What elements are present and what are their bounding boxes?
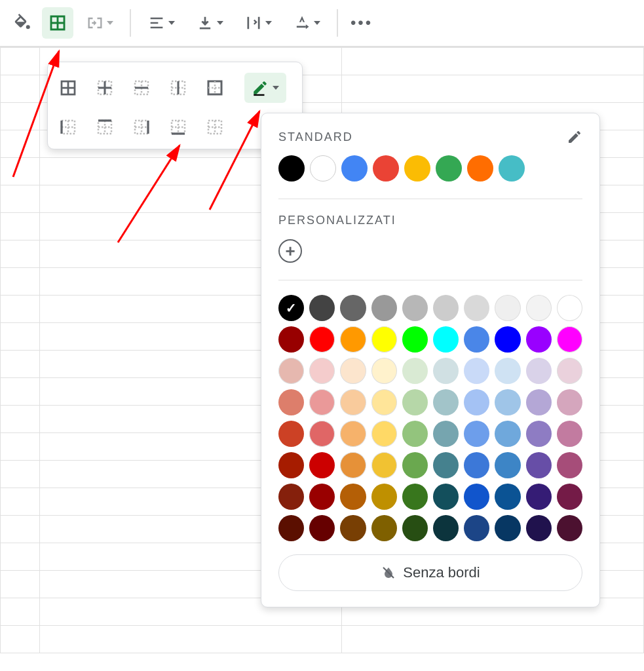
palette-swatch[interactable] xyxy=(309,421,335,447)
border-outer-button[interactable] xyxy=(204,77,226,99)
standard-swatch[interactable] xyxy=(436,155,462,182)
palette-swatch[interactable] xyxy=(309,515,335,541)
standard-swatch[interactable] xyxy=(404,155,430,182)
palette-swatch[interactable] xyxy=(309,389,335,415)
palette-swatch[interactable] xyxy=(557,358,582,384)
palette-swatch[interactable] xyxy=(464,515,489,541)
palette-swatch[interactable] xyxy=(309,452,335,478)
palette-swatch[interactable] xyxy=(278,452,304,478)
palette-swatch[interactable] xyxy=(340,515,366,541)
palette-swatch[interactable] xyxy=(340,358,366,384)
palette-swatch[interactable] xyxy=(557,295,582,321)
palette-swatch[interactable] xyxy=(402,389,428,415)
palette-swatch[interactable] xyxy=(433,326,459,353)
palette-swatch[interactable] xyxy=(340,484,366,510)
palette-swatch[interactable] xyxy=(495,515,520,541)
palette-swatch[interactable] xyxy=(340,389,366,415)
palette-swatch[interactable] xyxy=(433,421,459,447)
palette-swatch[interactable] xyxy=(433,515,459,541)
border-bottom-button[interactable] xyxy=(167,116,189,138)
palette-swatch[interactable] xyxy=(402,326,428,353)
fill-color-button[interactable] xyxy=(7,7,38,39)
palette-swatch[interactable] xyxy=(557,452,582,478)
palette-swatch[interactable] xyxy=(495,484,520,510)
palette-swatch[interactable] xyxy=(464,452,489,478)
border-vertical-button[interactable] xyxy=(167,77,189,99)
text-rotation-button[interactable] xyxy=(284,7,329,39)
palette-swatch[interactable] xyxy=(464,421,489,447)
palette-swatch[interactable] xyxy=(371,421,397,447)
palette-swatch[interactable] xyxy=(371,295,397,321)
palette-swatch[interactable] xyxy=(371,389,397,415)
palette-swatch[interactable] xyxy=(464,326,489,353)
palette-swatch[interactable] xyxy=(278,515,304,541)
palette-swatch[interactable] xyxy=(495,389,520,415)
standard-swatch[interactable] xyxy=(278,155,305,182)
palette-swatch[interactable] xyxy=(371,358,397,384)
palette-swatch[interactable] xyxy=(495,326,520,353)
palette-swatch[interactable] xyxy=(557,515,582,541)
palette-swatch[interactable] xyxy=(557,421,582,447)
palette-swatch[interactable] xyxy=(309,358,335,384)
palette-swatch[interactable] xyxy=(557,326,582,353)
palette-swatch[interactable] xyxy=(371,484,397,510)
palette-swatch[interactable] xyxy=(278,484,304,510)
vertical-align-button[interactable] xyxy=(187,7,232,39)
palette-swatch[interactable] xyxy=(309,326,335,353)
palette-swatch[interactable] xyxy=(495,358,520,384)
palette-swatch[interactable] xyxy=(557,484,582,510)
more-button[interactable]: ••• xyxy=(346,7,377,39)
palette-swatch[interactable] xyxy=(278,421,304,447)
palette-swatch[interactable] xyxy=(557,389,582,415)
border-none-button[interactable] xyxy=(204,116,226,138)
palette-swatch[interactable] xyxy=(464,358,489,384)
edit-standard-icon[interactable] xyxy=(567,129,582,145)
palette-swatch[interactable] xyxy=(402,484,428,510)
border-inner-button[interactable] xyxy=(94,77,116,99)
palette-swatch[interactable] xyxy=(495,295,520,321)
palette-swatch[interactable] xyxy=(371,326,397,353)
no-border-button[interactable]: Senza bordi xyxy=(278,554,582,591)
palette-swatch[interactable] xyxy=(309,295,335,321)
palette-swatch[interactable] xyxy=(433,358,459,384)
palette-swatch[interactable] xyxy=(526,389,552,415)
border-left-button[interactable] xyxy=(57,116,79,138)
border-right-button[interactable] xyxy=(130,116,153,138)
border-top-button[interactable] xyxy=(94,116,116,138)
border-color-button[interactable] xyxy=(244,73,286,103)
palette-swatch[interactable] xyxy=(464,484,489,510)
palette-swatch[interactable] xyxy=(278,326,304,353)
palette-swatch[interactable] xyxy=(402,295,428,321)
palette-swatch[interactable] xyxy=(309,484,335,510)
text-wrap-button[interactable] xyxy=(236,7,280,39)
standard-swatch[interactable] xyxy=(467,155,493,182)
palette-swatch[interactable]: ✓ xyxy=(278,295,304,321)
palette-swatch[interactable] xyxy=(464,389,489,415)
palette-swatch[interactable] xyxy=(526,326,552,353)
standard-swatch[interactable] xyxy=(499,155,525,182)
palette-swatch[interactable] xyxy=(495,421,520,447)
palette-swatch[interactable] xyxy=(340,452,366,478)
standard-swatch[interactable] xyxy=(373,155,399,182)
standard-swatch[interactable] xyxy=(341,155,368,182)
palette-swatch[interactable] xyxy=(340,326,366,353)
merge-cells-button[interactable] xyxy=(77,7,122,39)
palette-swatch[interactable] xyxy=(495,452,520,478)
palette-swatch[interactable] xyxy=(526,484,552,510)
palette-swatch[interactable] xyxy=(371,452,397,478)
palette-swatch[interactable] xyxy=(278,358,304,384)
palette-swatch[interactable] xyxy=(526,421,552,447)
palette-swatch[interactable] xyxy=(526,452,552,478)
palette-swatch[interactable] xyxy=(433,389,459,415)
palette-swatch[interactable] xyxy=(340,421,366,447)
horizontal-align-button[interactable] xyxy=(139,7,183,39)
standard-swatch[interactable] xyxy=(310,155,336,182)
palette-swatch[interactable] xyxy=(402,452,428,478)
palette-swatch[interactable] xyxy=(433,295,459,321)
palette-swatch[interactable] xyxy=(433,452,459,478)
borders-button[interactable] xyxy=(42,7,73,39)
palette-swatch[interactable] xyxy=(402,515,428,541)
palette-swatch[interactable] xyxy=(402,421,428,447)
palette-swatch[interactable] xyxy=(464,295,489,321)
palette-swatch[interactable] xyxy=(278,389,304,415)
